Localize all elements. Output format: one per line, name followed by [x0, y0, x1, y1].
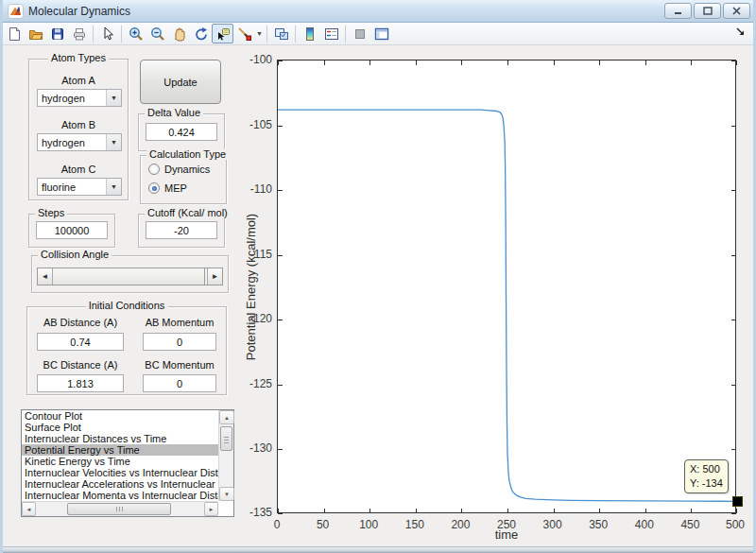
x-tick-mark	[645, 509, 646, 513]
list-item[interactable]: Contour Plot	[22, 410, 218, 422]
y-tick-mark	[278, 320, 283, 320]
show-plot-tools-icon	[374, 26, 389, 42]
y-tick-mark	[731, 190, 736, 191]
plot-axes[interactable]: X: 500 Y: -134	[277, 60, 736, 513]
slider-right-arrow-icon[interactable]: ►	[207, 268, 222, 285]
slider-thumb[interactable]	[53, 268, 205, 285]
dynamics-radio-row[interactable]: Dynamics	[148, 164, 210, 175]
hide-plot-tools-button[interactable]	[349, 24, 370, 43]
x-tick-mark	[736, 60, 737, 65]
y-tick-label: -105	[234, 118, 272, 131]
steps-panel: Steps	[28, 214, 115, 248]
brush-button[interactable]	[233, 24, 255, 43]
datatip-marker[interactable]	[732, 496, 743, 507]
vertical-scrollbar[interactable]: ▲ ▼	[218, 410, 233, 501]
x-tick-mark	[599, 60, 600, 65]
x-tick-label: 200	[441, 518, 479, 531]
title-bar[interactable]: Molecular Dynamics	[0, 0, 756, 23]
link-plots-button[interactable]	[270, 24, 292, 43]
close-icon	[732, 7, 741, 15]
zoom-in-button[interactable]	[125, 24, 146, 43]
maximize-button[interactable]	[694, 3, 721, 19]
figure-toolbar: ▼	[0, 23, 756, 45]
window-title: Molecular Dynamics	[28, 5, 130, 18]
panel-title: Cutoff (Kcal/ mol)	[145, 207, 231, 218]
list-item[interactable]: Internuclear Velocities vs Internuclear …	[22, 467, 218, 478]
panel-title: Initial Conditions	[86, 300, 168, 311]
atom-c-dropdown[interactable]: fluorine ▼	[37, 178, 122, 196]
vscroll-thumb[interactable]	[220, 426, 232, 451]
horizontal-scrollbar[interactable]: ◄ ►	[22, 501, 218, 516]
cutoff-panel: Cutoff (Kcal/ mol)	[138, 214, 225, 248]
insert-legend-button[interactable]	[320, 24, 342, 43]
list-item[interactable]: Internuclear Accelerations vs Internucle…	[22, 478, 218, 490]
list-item[interactable]: Internuclear Momenta vs Internuclear Dis…	[22, 490, 218, 501]
y-tick-label: -130	[234, 441, 272, 455]
print-button[interactable]	[68, 24, 90, 43]
new-file-button[interactable]	[3, 24, 25, 43]
x-tick-mark	[461, 60, 462, 65]
zoom-out-button[interactable]	[146, 24, 168, 43]
delta-value-field[interactable]	[146, 123, 217, 141]
maximize-icon	[703, 7, 713, 15]
zoom-out-icon	[150, 26, 165, 42]
edit-arrow-button[interactable]	[96, 24, 118, 43]
toolbar-separator	[295, 26, 296, 43]
ab-distance-field[interactable]	[37, 333, 124, 351]
scroll-down-icon[interactable]: ▼	[219, 487, 234, 501]
datatip-y: Y: -134	[690, 476, 723, 491]
ab-momentum-field[interactable]	[143, 333, 216, 351]
y-tick-mark	[278, 126, 283, 127]
bc-distance-label: BC Distance (A)	[33, 359, 128, 371]
ab-momentum-label: AB Momentum	[139, 317, 220, 328]
toolbar-separator	[345, 26, 346, 43]
initial-conditions-panel: Initial Conditions AB Distance (A) AB Mo…	[26, 306, 227, 395]
list-item[interactable]: Internuclear Distances vs Time	[22, 433, 218, 444]
y-tick-mark	[731, 60, 736, 61]
y-tick-mark	[278, 60, 283, 61]
list-item[interactable]: Potential Energy vs Time	[22, 444, 218, 456]
collision-angle-slider[interactable]: ◄ ►	[37, 268, 223, 285]
scroll-left-icon[interactable]: ◄	[22, 502, 36, 516]
slider-left-arrow-icon[interactable]: ◄	[38, 268, 53, 285]
cutoff-field[interactable]	[146, 221, 217, 239]
close-button[interactable]	[723, 3, 750, 19]
scroll-right-icon[interactable]: ►	[204, 502, 218, 516]
app-window: Molecular Dynamics	[0, 0, 756, 553]
minimize-icon	[674, 7, 682, 15]
insert-colorbar-button[interactable]	[299, 24, 320, 43]
dock-figure-icon[interactable]	[735, 26, 747, 38]
brush-dropdown-arrow[interactable]: ▼	[255, 30, 264, 37]
save-button[interactable]	[46, 24, 68, 43]
list-item[interactable]: Kinetic Energy vs Time	[22, 456, 218, 467]
bc-momentum-field[interactable]	[143, 374, 216, 392]
scroll-up-icon[interactable]: ▲	[219, 410, 234, 424]
rotate-3d-icon	[194, 26, 209, 42]
panel-title: Atom Types	[48, 52, 109, 63]
calculation-type-panel: Calculation Type Dynamics MEP	[140, 155, 227, 204]
x-tick-label: 100	[350, 518, 387, 531]
radio-icon[interactable]	[148, 164, 160, 175]
hscroll-thumb[interactable]	[67, 503, 171, 515]
x-tick-label: 250	[488, 518, 525, 531]
minimize-button[interactable]	[664, 3, 692, 19]
mep-radio-row[interactable]: MEP	[148, 182, 187, 194]
x-tick-label: 450	[671, 518, 709, 531]
show-plot-tools-button[interactable]	[370, 24, 392, 43]
steps-field[interactable]	[36, 221, 108, 239]
pan-hand-icon	[172, 26, 187, 42]
window-bottom-border	[0, 546, 756, 553]
atom-a-dropdown[interactable]: hydrogen ▼	[37, 89, 122, 107]
radio-icon[interactable]	[148, 182, 160, 194]
rotate-3d-button[interactable]	[190, 24, 212, 43]
data-cursor-button[interactable]	[212, 24, 233, 43]
plot-type-listbox[interactable]: Contour PlotSurface PlotInternuclear Dis…	[21, 409, 234, 517]
list-item[interactable]: Surface Plot	[22, 422, 218, 433]
pan-button[interactable]	[168, 24, 190, 43]
open-file-button[interactable]	[25, 24, 46, 43]
y-tick-mark	[278, 513, 283, 514]
atom-b-dropdown[interactable]: hydrogen ▼	[37, 133, 122, 151]
update-button[interactable]: Update	[140, 60, 221, 104]
bc-distance-field[interactable]	[37, 374, 124, 392]
x-tick-label: 50	[304, 518, 342, 531]
